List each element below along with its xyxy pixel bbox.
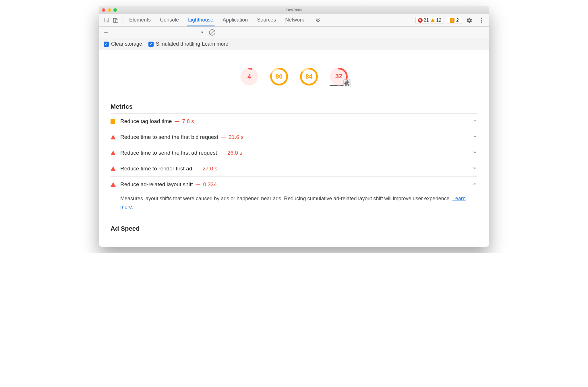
devtools-tabstrip: Elements Console Lighthouse Application … [99,14,489,27]
extension-icon [343,79,351,87]
report-dropdown[interactable]: ▼ [200,30,204,34]
lighthouse-options: ✓ Clear storage ✓ Simulated throttling L… [99,38,489,50]
score-gauges: 4 80 84 32 [99,50,489,94]
tab-network[interactable]: Network [284,14,305,26]
metric-value: 0.334 [203,181,217,188]
score-gauge-0[interactable]: 4 [240,67,258,86]
learn-more-link[interactable]: Learn more [202,41,228,47]
metric-description: Measures layout shifts that were caused … [111,192,477,216]
new-report-button[interactable]: ＋ [102,28,109,37]
report-content: Metrics Reduce tag load time—7.8 sReduce… [99,103,489,247]
simulated-throttling-checkbox[interactable]: ✓ Simulated throttling Learn more [148,41,228,47]
issue-icon: ! [450,18,454,23]
metric-value: 26.0 s [227,150,242,156]
panel-tabs: Elements Console Lighthouse Application … [128,14,415,26]
more-options-icon[interactable] [478,17,485,24]
tab-console[interactable]: Console [159,14,180,26]
metric-title: Reduce time to send the first bid reques… [120,134,218,140]
metric-row[interactable]: Reduce time to send the first bid reques… [111,129,477,145]
warnings-count: 12 [430,18,441,23]
chevron-down-icon [472,118,477,125]
svg-point-5 [481,22,482,23]
metric-row[interactable]: Reduce tag load time—7.8 s [111,113,477,129]
checkbox-checked-icon: ✓ [148,42,154,47]
window-titlebar: DevTools [99,6,489,14]
metric-title: Reduce time to render first ad [120,166,192,172]
clear-icon[interactable] [209,29,215,36]
inspect-element-icon[interactable] [103,17,110,24]
checkbox-checked-icon: ✓ [104,42,109,47]
score-gauge-2[interactable]: 84 [300,67,318,86]
errors-count: ✕ 21 [418,18,429,23]
warning-icon [430,18,435,22]
chevron-down-icon [472,134,477,140]
metric-row[interactable]: Reduce time to render first ad—27.0 s [111,161,477,176]
clear-storage-checkbox[interactable]: ✓ Clear storage [104,41,142,47]
console-counters[interactable]: ✕ 21 12 [415,17,444,24]
metric-row[interactable]: Reduce time to send the first ad request… [111,145,477,161]
metric-title: Reduce time to send the first ad request [120,150,217,156]
triangle-icon [111,135,115,139]
lighthouse-toolbar: ＋ ▼ [99,27,489,38]
tab-lighthouse[interactable]: Lighthouse [187,14,214,26]
metric-row[interactable]: Reduce ad-related layout shift—0.334 [111,176,477,192]
square-icon [111,119,115,124]
tab-sources[interactable]: Sources [256,14,277,26]
svg-point-3 [481,18,482,19]
chevron-down-icon [472,166,477,172]
more-tabs-icon[interactable] [314,17,321,24]
score-gauge-1[interactable]: 80 [270,67,288,86]
score-gauge-3[interactable]: 32 [330,67,348,86]
device-toolbar-icon[interactable] [112,17,119,24]
metric-value: 21.6 s [229,134,243,140]
metrics-heading: Metrics [111,103,477,110]
tab-application[interactable]: Application [221,14,249,26]
svg-rect-2 [116,19,118,23]
issues-counter[interactable]: ! 2 [447,17,462,24]
devtools-window: DevTools Elements Console Lighthouse App… [99,6,489,247]
metric-value: 7.8 s [182,118,194,125]
metric-value: 27.0 s [202,166,217,172]
adspeed-heading: Ad Speed [111,225,477,232]
error-icon: ✕ [418,18,423,23]
tabstrip-right: ✕ 21 12 ! 2 [415,17,486,24]
divider [123,17,123,24]
metrics-list: Reduce tag load time—7.8 sReduce time to… [111,113,477,216]
window-title: DevTools [99,8,489,12]
tab-elements[interactable]: Elements [128,14,152,26]
svg-point-4 [481,20,482,21]
chevron-down-icon [472,150,477,156]
metric-title: Reduce ad-related layout shift [120,181,193,188]
triangle-icon [111,151,115,155]
settings-icon[interactable] [466,17,473,24]
metric-title: Reduce tag load time [120,118,172,125]
triangle-icon [111,166,115,171]
triangle-icon [111,182,115,187]
chevron-up-icon [472,181,477,188]
learn-more-link[interactable]: Learn more [120,196,466,210]
divider [113,30,113,35]
